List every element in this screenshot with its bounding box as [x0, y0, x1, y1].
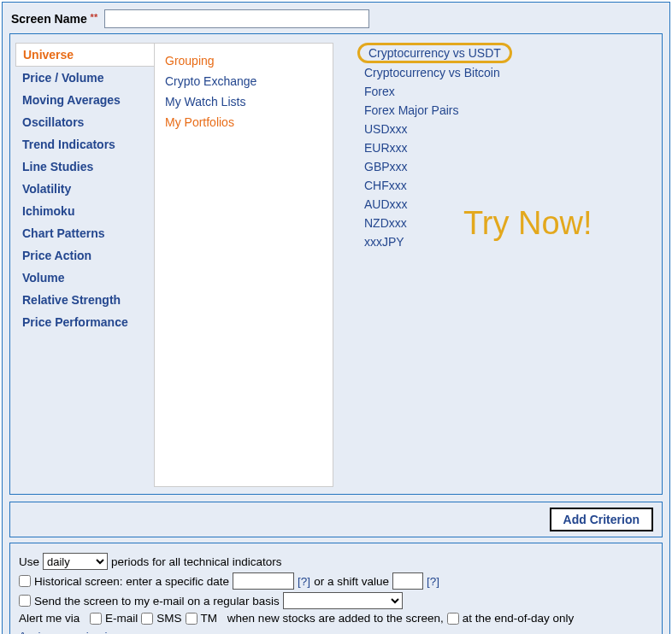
- add-criterion-button[interactable]: Add Criterion: [550, 508, 653, 531]
- historical-date-input[interactable]: [233, 572, 294, 590]
- historical-shift-help[interactable]: [?]: [427, 575, 439, 588]
- group-item[interactable]: Crypto Exchange: [165, 71, 322, 91]
- category-item[interactable]: Line Studies: [15, 156, 154, 178]
- option-item[interactable]: USDxxx: [357, 120, 415, 138]
- category-item[interactable]: Volume: [15, 267, 154, 289]
- group-item[interactable]: My Watch Lists: [165, 91, 322, 112]
- send-frequency-select[interactable]: [283, 592, 403, 609]
- send-email-checkbox[interactable]: [19, 595, 31, 607]
- category-item[interactable]: Volatility: [15, 178, 154, 200]
- category-item[interactable]: Price Performance: [15, 311, 154, 333]
- group-item[interactable]: My Portfolios: [165, 112, 322, 132]
- historical-mid: or a shift value: [314, 575, 389, 588]
- category-item[interactable]: Oscillators: [15, 111, 154, 133]
- category-item[interactable]: Moving Averages: [15, 89, 154, 111]
- category-item[interactable]: Price / Volume: [15, 67, 154, 89]
- category-item[interactable]: Ichimoku: [15, 200, 154, 222]
- alert-eod-label: at the end-of-day only: [463, 612, 575, 625]
- category-item[interactable]: Universe: [15, 43, 155, 67]
- alert-tm-checkbox[interactable]: [186, 613, 197, 625]
- alert-tm-label: TM: [201, 612, 218, 625]
- category-item[interactable]: Chart Patterns: [15, 222, 154, 244]
- group-list: GroupingCrypto ExchangeMy Watch ListsMy …: [154, 43, 333, 487]
- option-item[interactable]: Forex: [357, 82, 402, 101]
- option-item[interactable]: Cryptocurrency vs USDT: [357, 43, 512, 63]
- required-mark: **: [91, 12, 98, 22]
- alert-eod-checkbox[interactable]: [447, 613, 459, 625]
- option-list: Cryptocurrency vs USDTCryptocurrency vs …: [333, 34, 662, 494]
- screen-name-label: Screen Name **: [11, 12, 97, 26]
- alert-email-label: E-mail: [105, 612, 138, 625]
- category-list: UniversePrice / VolumeMoving AveragesOsc…: [10, 34, 154, 494]
- option-item[interactable]: EURxxx: [357, 138, 415, 157]
- category-item[interactable]: Trend Indicators: [15, 133, 154, 156]
- category-item[interactable]: Price Action: [15, 244, 154, 267]
- historical-label: Historical screen: enter a specific date: [34, 575, 229, 588]
- alert-prefix: Alert me via: [19, 612, 80, 625]
- group-item[interactable]: Grouping: [165, 50, 322, 71]
- historical-shift-input[interactable]: [392, 572, 423, 590]
- period-select[interactable]: daily: [43, 553, 108, 570]
- criteria-panel: UniversePrice / VolumeMoving AveragesOsc…: [9, 33, 663, 495]
- alert-email-checkbox[interactable]: [90, 613, 102, 625]
- settings-panel: Use daily periods for all technical indi…: [9, 543, 663, 634]
- option-item[interactable]: Cryptocurrency vs Bitcoin: [357, 63, 507, 82]
- use-prefix: Use: [19, 555, 39, 568]
- screen-name-input[interactable]: [104, 9, 369, 28]
- historical-checkbox[interactable]: [19, 575, 31, 587]
- alert-sms-checkbox[interactable]: [141, 613, 153, 625]
- option-item[interactable]: CHFxxx: [357, 176, 414, 195]
- use-suffix: periods for all technical indicators: [111, 555, 282, 568]
- option-item[interactable]: NZDxxx: [357, 214, 414, 232]
- assign-grouping-icon-link[interactable]: Assign grouping icon: [19, 630, 126, 634]
- category-item[interactable]: Relative Strength: [15, 289, 154, 311]
- send-email-label: Send the screen to my e-mail on a regula…: [34, 595, 280, 608]
- option-item[interactable]: GBPxxx: [357, 157, 415, 176]
- option-item[interactable]: AUDxxx: [357, 195, 415, 214]
- alert-sms-label: SMS: [156, 612, 181, 625]
- alert-mid: when new stocks are added to the screen,: [227, 612, 444, 625]
- historical-date-help[interactable]: [?]: [298, 575, 310, 588]
- option-item[interactable]: Forex Major Pairs: [357, 101, 465, 120]
- option-item[interactable]: xxxJPY: [357, 232, 411, 251]
